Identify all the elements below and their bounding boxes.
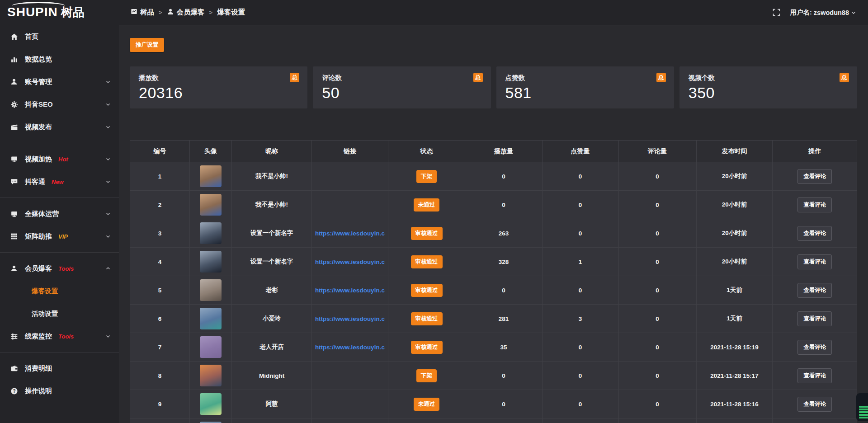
sidebar-subitem-活动设置[interactable]: 活动设置: [0, 302, 119, 325]
sidebar-item-全媒体运营[interactable]: 全媒体运营: [0, 202, 119, 225]
promotion-settings-button[interactable]: 推广设置: [130, 38, 164, 52]
nickname-cell: 设置一个新名字: [232, 248, 312, 276]
chat-icon: [10, 178, 18, 186]
logo-arc-mark: SHUPIN: [7, 5, 58, 19]
sidebar-item-账号管理[interactable]: 账号管理: [0, 70, 119, 93]
table-row: 5老彬https://www.iesdouyin.c审核通过0001天前查看评论: [130, 276, 857, 305]
sidebar-item-label: 线索监控: [25, 332, 52, 341]
home-icon: [10, 33, 18, 41]
status-cell: 审核通过: [388, 248, 465, 276]
video-link[interactable]: https://www.iesdouyin.c: [315, 315, 385, 322]
avatar-cell: [189, 219, 231, 248]
sidebar-item-数据总览[interactable]: 数据总览: [0, 48, 119, 70]
help-icon: ?: [10, 387, 18, 395]
view-comments-button[interactable]: 查看评论: [797, 340, 832, 355]
chevron-down-icon: [105, 79, 111, 85]
view-comments-button[interactable]: 查看评论: [797, 169, 832, 184]
plays-cell: 35: [465, 333, 542, 362]
sidebar-item-操作说明[interactable]: ?操作说明: [0, 380, 119, 402]
breadcrumb-item[interactable]: 树品: [131, 8, 154, 17]
main-content: 推广设置 播放数20316总评论数50总点赞数581总视频个数350总 编号头像…: [119, 25, 868, 423]
publish-time-cell: 2021-11-28 15:16: [696, 390, 773, 418]
sidebar-menu: 首页数据总览账号管理抖音SEO视频发布视频加热Hot抖客通New全媒体运营矩阵助…: [0, 24, 119, 402]
action-cell: 查看评论: [773, 162, 857, 191]
app-logo[interactable]: SHUPIN 树品: [0, 0, 119, 24]
column-header-操作: 操作: [773, 141, 857, 162]
nickname-cell: 设置一个新名字: [232, 219, 312, 248]
view-comments-button[interactable]: 查看评论: [797, 197, 832, 212]
sidebar-item-抖客通[interactable]: 抖客通New: [0, 170, 119, 193]
row-id-cell: 9: [130, 390, 190, 418]
sidebar-item-消费明细[interactable]: 消费明细: [0, 357, 119, 380]
status-badge: 下架: [416, 170, 437, 183]
view-comments-button[interactable]: 查看评论: [797, 368, 832, 383]
empty-cell: [232, 418, 312, 423]
floating-widget[interactable]: [856, 393, 868, 421]
avatar-cell: [189, 333, 231, 362]
table-row: 7老人开店https://www.iesdouyin.c审核通过35002021…: [130, 333, 857, 362]
table-row: 9阿慧未通过0002021-11-28 15:16查看评论: [130, 390, 857, 418]
empty-cell: [388, 418, 465, 423]
nickname-cell: Midnight: [232, 362, 312, 390]
avatar-cell: [189, 248, 231, 276]
video-link[interactable]: https://www.iesdouyin.c: [315, 258, 385, 265]
status-badge: 未通过: [414, 398, 440, 411]
sidebar-item-线索监控[interactable]: 线索监控Tools: [0, 325, 119, 348]
status-cell: 未通过: [388, 390, 465, 418]
sidebar-item-首页[interactable]: 首页: [0, 25, 119, 48]
chevron-down-icon: [105, 211, 111, 216]
plays-cell: 0: [465, 390, 542, 418]
column-header-头像: 头像: [189, 141, 231, 162]
action-cell: 查看评论: [773, 219, 857, 248]
video-link[interactable]: https://www.iesdouyin.c: [315, 344, 385, 351]
breadcrumb-item[interactable]: 会员爆客: [167, 8, 205, 17]
stat-label: 点赞数: [505, 74, 665, 82]
link-cell: https://www.iesdouyin.c: [311, 219, 388, 248]
sidebar-item-视频发布[interactable]: 视频发布: [0, 116, 119, 138]
breadcrumb-item[interactable]: 爆客设置: [217, 8, 245, 17]
column-header-状态: 状态: [388, 141, 465, 162]
stat-card-评论数: 评论数50总: [313, 66, 491, 108]
avatar-cell: [189, 276, 231, 305]
publish-time-cell: 2021-11-28 15:17: [696, 362, 773, 390]
sidebar-item-视频加热[interactable]: 视频加热Hot: [0, 148, 119, 170]
link-cell: [311, 162, 388, 191]
likes-cell: 0: [542, 333, 618, 362]
fullscreen-icon[interactable]: [773, 9, 780, 16]
avatar-cell: [189, 418, 231, 423]
action-cell: 查看评论: [773, 276, 857, 305]
sidebar-item-label: 数据总览: [25, 55, 52, 64]
username-label: 用户名:: [790, 8, 812, 17]
view-comments-button[interactable]: 查看评论: [797, 226, 832, 241]
row-id-cell: 1: [130, 162, 190, 191]
publish-time-cell: 1天前: [696, 305, 773, 333]
view-comments-button[interactable]: 查看评论: [797, 283, 832, 298]
sidebar-item-矩阵助推[interactable]: 矩阵助推VIP: [0, 225, 119, 248]
stat-total-badge: 总: [473, 73, 483, 82]
empty-cell: [311, 418, 388, 423]
sliders-icon: [10, 333, 18, 340]
avatar-cell: [189, 390, 231, 418]
table-row: 8Midnight下架0002021-11-28 15:17查看评论: [130, 362, 857, 390]
column-header-点赞量: 点赞量: [542, 141, 618, 162]
user-menu[interactable]: 用户名: zswodun88: [790, 8, 857, 17]
view-comments-button[interactable]: 查看评论: [797, 397, 832, 412]
sidebar-subitem-爆客设置[interactable]: 爆客设置: [0, 280, 119, 302]
stat-label: 视频个数: [689, 74, 848, 82]
video-link[interactable]: https://www.iesdouyin.c: [315, 230, 385, 237]
table-row: 1我不是小帅!下架00020小时前查看评论: [130, 162, 857, 191]
view-comments-button[interactable]: 查看评论: [797, 311, 832, 326]
action-cell: 查看评论: [773, 362, 857, 390]
view-comments-button[interactable]: 查看评论: [797, 254, 832, 269]
svg-text:?: ?: [13, 388, 15, 393]
sidebar-item-抖音SEO[interactable]: 抖音SEO: [0, 93, 119, 116]
comments-cell: 0: [618, 390, 696, 418]
widget-bar: [859, 417, 868, 418]
comments-cell: 0: [618, 248, 696, 276]
stat-total-badge: 总: [656, 73, 666, 82]
sidebar-item-会员爆客[interactable]: 会员爆客Tools: [0, 257, 119, 280]
link-cell: https://www.iesdouyin.c: [311, 248, 388, 276]
username-value: zswodun88: [814, 9, 849, 16]
video-link[interactable]: https://www.iesdouyin.c: [315, 287, 385, 294]
plays-cell: 263: [465, 219, 542, 248]
